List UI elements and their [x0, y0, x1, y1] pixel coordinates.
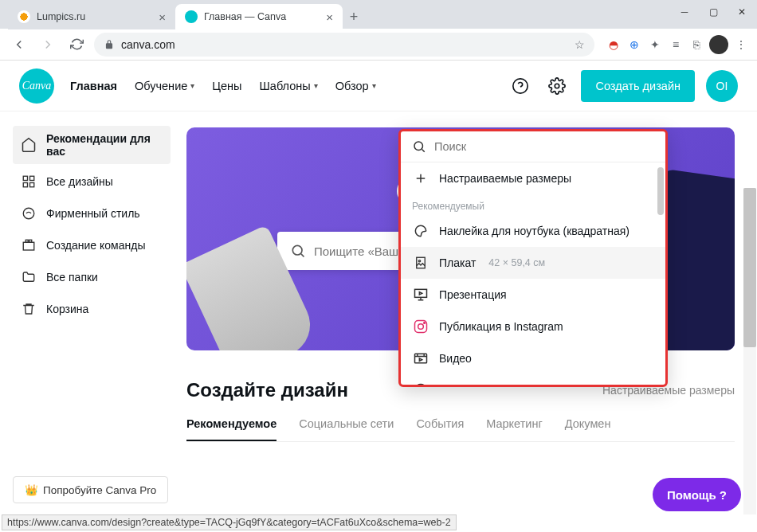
extension-icon[interactable]: ≡ — [668, 37, 684, 53]
sticker-icon — [412, 222, 429, 240]
main-nav: Главная Обучение▾ Цены Шаблоны▾ Обзор▾ — [70, 80, 376, 92]
back-button[interactable] — [8, 33, 30, 56]
dropdown-label: Видео — [439, 352, 472, 365]
trash-icon — [21, 301, 37, 317]
tab-social[interactable]: Социальные сети — [299, 417, 394, 441]
maximize-icon[interactable]: ▢ — [708, 6, 719, 18]
dropdown-scrollbar[interactable] — [657, 167, 664, 215]
gear-icon[interactable] — [544, 73, 570, 99]
sidebar-item-brand[interactable]: Фирменный стиль — [13, 199, 171, 228]
close-icon[interactable]: × — [159, 10, 166, 24]
dropdown-search-input[interactable] — [434, 140, 654, 153]
sidebar: Рекомендации для вас Все дизайны Фирменн… — [0, 111, 183, 514]
close-icon[interactable]: × — [326, 10, 333, 24]
create-design-button[interactable]: Создать дизайн — [581, 70, 695, 102]
dropdown-label: Плакат — [439, 256, 476, 269]
page-scrollbar[interactable] — [743, 188, 756, 514]
nav-prices[interactable]: Цены — [212, 80, 241, 92]
extension-icon[interactable]: ◓ — [606, 37, 622, 53]
dropdown-item-presentation[interactable]: Презентация — [401, 279, 665, 311]
tab-marketing[interactable]: Маркетинг — [486, 417, 543, 441]
brand-icon — [21, 205, 37, 221]
tab-recommended[interactable]: Рекомендуемое — [186, 417, 277, 441]
browser-toolbar: canva.com ☆ ◓ ⊕ ✦ ≡ ⎘ ⋮ — [0, 29, 757, 61]
dropdown-body: Настраиваемые размеры Рекомендуемый Накл… — [401, 162, 665, 385]
svg-point-16 — [418, 324, 424, 330]
sidebar-label: Все папки — [46, 271, 98, 284]
sidebar-label: Все дизайны — [46, 175, 113, 188]
dropdown-item-custom[interactable]: Настраиваемые размеры — [401, 162, 665, 194]
sidebar-item-team[interactable]: Создание команды — [13, 231, 171, 260]
plus-icon — [412, 170, 429, 187]
forward-button[interactable] — [37, 33, 59, 56]
nav-home[interactable]: Главная — [70, 80, 117, 92]
search-icon — [412, 139, 426, 154]
chevron-down-icon: ▾ — [190, 81, 194, 90]
svg-point-17 — [424, 323, 426, 324]
address-bar[interactable]: canva.com ☆ — [94, 33, 594, 57]
extensions: ◓ ⊕ ✦ ≡ ⎘ ⋮ — [606, 35, 749, 54]
favicon-icon — [185, 10, 198, 23]
nav-browse[interactable]: Обзор▾ — [335, 80, 376, 92]
folder-icon — [21, 269, 37, 285]
svg-point-19 — [415, 385, 427, 385]
dropdown-search[interactable] — [401, 131, 665, 162]
extension-icon[interactable]: ⊕ — [626, 37, 642, 53]
browser-tab[interactable]: Lumpics.ru × — [8, 4, 175, 29]
tab-documents[interactable]: Докумен — [565, 417, 611, 441]
svg-rect-4 — [23, 183, 27, 187]
svg-rect-7 — [23, 242, 34, 250]
dropdown-label: Логотип — [439, 384, 480, 385]
nav-learn[interactable]: Обучение▾ — [135, 80, 194, 92]
svg-rect-12 — [417, 257, 426, 268]
instagram-icon — [412, 318, 429, 335]
dropdown-label: Публикация в Instagram — [439, 320, 563, 333]
svg-point-6 — [23, 208, 34, 219]
dropdown-item-instagram[interactable]: Публикация в Instagram — [401, 311, 665, 342]
dropdown-item-poster[interactable]: Плакат 42 × 59,4 см — [401, 247, 665, 279]
window-controls: ─ ▢ ✕ — [679, 6, 747, 18]
profile-avatar[interactable] — [709, 35, 728, 54]
poster-icon — [412, 254, 429, 272]
dropdown-item-logo[interactable]: Co Логотип — [401, 374, 665, 385]
dropdown-item-sticker[interactable]: Наклейка для ноутбука (квадратная) — [401, 215, 665, 247]
svg-rect-5 — [30, 183, 34, 187]
sidebar-item-folders[interactable]: Все папки — [13, 263, 171, 291]
sidebar-item-all-designs[interactable]: Все дизайны — [13, 167, 171, 196]
help-icon[interactable] — [508, 73, 533, 99]
app-header: Canva Главная Обучение▾ Цены Шаблоны▾ Об… — [0, 61, 757, 111]
svg-point-0 — [513, 78, 528, 92]
canva-logo[interactable]: Canva — [19, 68, 54, 104]
sidebar-label: Корзина — [46, 303, 88, 315]
crown-icon: 👑 — [25, 483, 38, 496]
browser-tab-active[interactable]: Главная — Canva × — [175, 4, 343, 29]
grid-icon — [21, 174, 37, 190]
tab-events[interactable]: События — [416, 417, 464, 441]
help-button[interactable]: Помощь ? — [653, 478, 741, 511]
search-icon — [290, 243, 306, 259]
reload-button[interactable] — [65, 33, 88, 56]
star-icon[interactable]: ☆ — [575, 38, 585, 51]
try-pro-button[interactable]: 👑 Попробуйте Canva Pro — [13, 476, 168, 503]
chevron-down-icon: ▾ — [314, 81, 318, 90]
section-title: Создайте дизайн — [186, 379, 348, 401]
menu-icon[interactable]: ⋮ — [733, 37, 749, 53]
sidebar-item-trash[interactable]: Корзина — [13, 295, 171, 323]
minimize-icon[interactable]: ─ — [679, 6, 690, 18]
tab-title: Lumpics.ru — [37, 11, 85, 22]
sidebar-item-recommendations[interactable]: Рекомендации для вас — [13, 126, 171, 164]
dropdown-item-video[interactable]: Видео — [401, 342, 665, 374]
svg-point-1 — [555, 84, 560, 88]
sidebar-label: Фирменный стиль — [46, 207, 140, 220]
svg-rect-2 — [23, 176, 27, 180]
dropdown-label: Презентация — [439, 288, 507, 301]
presentation-icon — [412, 286, 429, 303]
nav-templates[interactable]: Шаблоны▾ — [260, 80, 318, 92]
dropdown-sublabel: 42 × 59,4 см — [488, 257, 545, 268]
extension-icon[interactable]: ⎘ — [688, 37, 704, 53]
extensions-icon[interactable]: ✦ — [647, 37, 663, 53]
tab-title: Главная — Canva — [204, 11, 286, 22]
close-window-icon[interactable]: ✕ — [736, 6, 747, 18]
new-tab-button[interactable]: + — [343, 6, 365, 28]
user-avatar[interactable]: OI — [706, 70, 738, 102]
